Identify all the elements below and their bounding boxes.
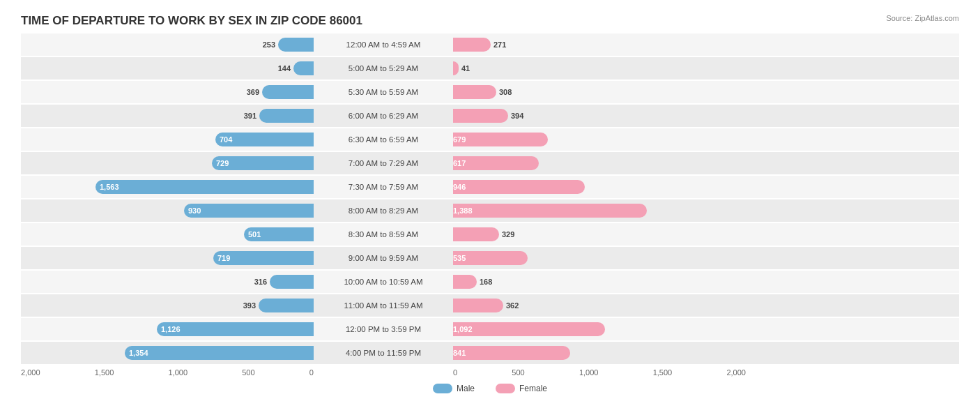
right-section: 271 [453,33,746,56]
male-bar-wrap: 316 [228,275,314,289]
time-label: 12:00 PM to 3:59 PM [314,325,453,333]
legend: Male Female [21,384,959,393]
female-bar [453,299,503,312]
time-label: 8:00 AM to 8:29 AM [314,206,453,215]
chart-area: 25312:00 AM to 4:59 AM2711445:00 AM to 5… [21,33,959,364]
axis-label-right: 0 [453,368,457,377]
male-bar-wrap: 719 [171,251,314,265]
male-bar-wrap: 501 [202,227,314,241]
left-section: 930 [21,199,314,222]
left-section: 316 [21,271,314,293]
female-bar-with-label: 535 [453,251,528,265]
axis-label-left: 0 [309,368,314,377]
chart-row: 7297:00 AM to 7:29 AM617 [21,152,959,174]
male-bar-with-label: 501 [244,227,314,241]
male-bar-with-label: 729 [212,156,314,170]
male-bar-with-label: 719 [213,251,314,265]
legend-female: Female [496,384,547,393]
right-section: 1,092 [453,318,746,340]
source-text: Source: ZipAtlas.com [886,14,959,22]
female-bar [453,85,496,99]
right-section: 394 [453,105,746,127]
axis-label-right: 500 [512,368,524,377]
male-bar [270,275,314,289]
male-bar-wrap: 1,126 [115,322,314,336]
female-bar-with-label: 1,388 [453,204,647,218]
male-bar [278,38,314,52]
male-bar-with-label: 704 [215,133,314,146]
legend-male-color [433,384,452,393]
right-section: 841 [453,342,746,364]
male-bar-with-label: 1,563 [95,180,314,194]
chart-row: 1,5637:30 AM to 7:59 AM946 [21,176,959,198]
chart-row: 7199:00 AM to 9:59 AM535 [21,247,959,269]
right-section: 679 [453,128,746,151]
axis-row: 2,0001,5001,0005000 05001,0001,5002,000 [21,368,959,377]
male-bar-wrap: 144 [252,61,314,75]
chart-row: 5018:30 AM to 8:59 AM329 [21,223,959,246]
right-section: 1,388 [453,199,746,222]
male-bar-with-label: 930 [184,204,314,218]
female-bar [453,109,508,123]
chart-row: 3695:30 AM to 5:59 AM308 [21,81,959,103]
time-label: 7:00 AM to 7:29 AM [314,159,453,167]
chart-container: TIME OF DEPARTURE TO WORK BY SEX IN ZIP … [0,0,980,415]
axis-label-left: 500 [242,368,254,377]
left-section: 369 [21,81,314,103]
axis-label-right: 1,500 [653,368,673,377]
right-section: 946 [453,176,746,198]
chart-row: 9308:00 AM to 8:29 AM1,388 [21,199,959,222]
time-label: 5:30 AM to 5:59 AM [314,88,453,96]
left-section: 391 [21,105,314,127]
male-bar [262,85,314,99]
axis-right: 05001,0001,5002,000 [453,368,746,377]
male-bar-wrap: 369 [220,85,314,99]
male-bar-wrap: 1,354 [83,346,314,360]
female-bar [453,227,499,241]
time-label: 11:00 AM to 11:59 AM [314,301,453,310]
chart-row: 1,12612:00 PM to 3:59 PM1,092 [21,318,959,340]
right-section: 329 [453,223,746,246]
male-bar-wrap: 930 [142,204,314,218]
female-bar-with-label: 1,092 [453,322,605,336]
axis-label-right: 1,000 [579,368,599,377]
right-section: 308 [453,81,746,103]
chart-row: 25312:00 AM to 4:59 AM271 [21,33,959,56]
time-label: 10:00 AM to 10:59 AM [314,278,453,286]
male-bar-wrap: 1,563 [54,180,314,194]
chart-title: TIME OF DEPARTURE TO WORK BY SEX IN ZIP … [21,14,959,28]
female-bar [453,38,491,52]
male-bar-with-label: 1,354 [125,346,314,360]
legend-female-label: Female [519,384,547,393]
male-bar-wrap: 391 [217,109,314,123]
female-bar [453,61,459,75]
time-label: 8:30 AM to 8:59 AM [314,230,453,239]
female-bar-with-label: 617 [453,156,539,170]
right-section: 41 [453,57,746,80]
legend-male: Male [433,384,475,393]
left-section: 729 [21,152,314,174]
chart-row: 1445:00 AM to 5:29 AM41 [21,57,959,80]
chart-row: 39311:00 AM to 11:59 AM362 [21,294,959,317]
male-bar-wrap: 253 [236,38,314,52]
time-label: 9:00 AM to 9:59 AM [314,254,453,262]
time-label: 12:00 AM to 4:59 AM [314,40,453,49]
female-bar-with-label: 841 [453,346,570,360]
left-section: 704 [21,128,314,151]
chart-row: 7046:30 AM to 6:59 AM679 [21,128,959,151]
left-section: 393 [21,294,314,317]
left-section: 1,126 [21,318,314,340]
male-bar-wrap: 393 [217,299,314,312]
chart-row: 1,3544:00 PM to 11:59 PM841 [21,342,959,364]
chart-row: 3916:00 AM to 6:29 AM394 [21,105,959,127]
time-label: 6:00 AM to 6:29 AM [314,112,453,120]
time-label: 5:00 AM to 5:29 AM [314,64,453,73]
legend-female-color [496,384,515,393]
male-bar-wrap: 729 [170,156,314,170]
male-bar-with-label: 1,126 [157,322,314,336]
right-section: 617 [453,152,746,174]
male-bar [259,109,314,123]
left-section: 501 [21,223,314,246]
right-section: 362 [453,294,746,317]
time-label: 7:30 AM to 7:59 AM [314,183,453,191]
